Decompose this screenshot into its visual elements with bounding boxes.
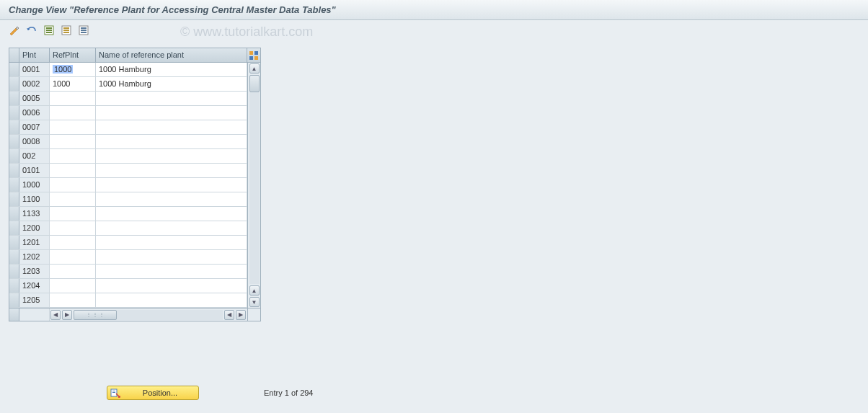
cell-plnt[interactable]: 0002 bbox=[19, 77, 50, 91]
table-row[interactable]: 0008 bbox=[9, 135, 247, 149]
column-header-refplnt[interactable]: RefPlnt bbox=[50, 48, 96, 62]
cell-refplnt[interactable] bbox=[50, 221, 96, 235]
cell-name[interactable] bbox=[96, 135, 247, 148]
undo-button[interactable] bbox=[25, 23, 39, 37]
cell-plnt[interactable]: 1201 bbox=[19, 236, 50, 249]
cell-plnt[interactable]: 1203 bbox=[19, 265, 50, 278]
cell-name[interactable]: 1000 Hamburg bbox=[96, 63, 247, 76]
table-row[interactable]: 1133 bbox=[9, 207, 247, 221]
cell-name[interactable] bbox=[96, 236, 247, 249]
scroll-down-step-button[interactable]: ▲ bbox=[249, 285, 260, 296]
cell-plnt[interactable]: 0006 bbox=[19, 106, 50, 120]
scroll-up-button[interactable]: ▲ bbox=[249, 63, 260, 74]
scroll-left-end-button[interactable]: ◀ bbox=[224, 310, 234, 320]
table-corner[interactable] bbox=[9, 48, 19, 62]
cell-plnt[interactable]: 1204 bbox=[19, 279, 50, 293]
cell-plnt[interactable]: 0007 bbox=[19, 120, 50, 134]
scroll-down-button[interactable]: ▼ bbox=[249, 297, 260, 307]
cell-refplnt[interactable] bbox=[50, 92, 96, 105]
cell-refplnt[interactable] bbox=[50, 149, 96, 163]
cell-name[interactable] bbox=[96, 250, 247, 264]
row-selector[interactable] bbox=[9, 178, 19, 192]
row-selector[interactable] bbox=[9, 63, 19, 76]
scroll-left-button[interactable]: ◀ bbox=[50, 310, 61, 320]
row-selector[interactable] bbox=[9, 265, 19, 278]
row-selector[interactable] bbox=[9, 92, 19, 105]
cell-refplnt[interactable] bbox=[50, 106, 96, 120]
hscroll-track[interactable]: ⋮⋮⋮ bbox=[74, 310, 223, 320]
cell-name[interactable] bbox=[96, 192, 247, 206]
cell-plnt[interactable]: 0008 bbox=[19, 135, 50, 148]
table-row[interactable]: 000110001000 Hamburg bbox=[9, 63, 247, 77]
table-row[interactable]: 0005 bbox=[9, 92, 247, 106]
row-selector[interactable] bbox=[9, 164, 19, 177]
column-header-name[interactable]: Name of reference plant bbox=[96, 48, 247, 62]
row-selector[interactable] bbox=[9, 149, 19, 163]
cell-refplnt[interactable] bbox=[50, 250, 96, 264]
deselect-all-button[interactable] bbox=[59, 23, 74, 37]
horizontal-scrollbar[interactable]: ◀ ▶ ⋮⋮⋮ ◀ ▶ bbox=[9, 308, 260, 321]
cell-name[interactable] bbox=[96, 106, 247, 120]
table-row[interactable]: 1202 bbox=[9, 250, 247, 265]
row-selector[interactable] bbox=[9, 236, 19, 249]
row-selector[interactable] bbox=[9, 77, 19, 91]
cell-name[interactable] bbox=[96, 164, 247, 177]
table-row[interactable]: 1203 bbox=[9, 265, 247, 279]
table-config-icon[interactable] bbox=[247, 48, 260, 62]
column-header-plnt[interactable]: Plnt bbox=[19, 48, 50, 62]
cell-plnt[interactable]: 1202 bbox=[19, 250, 50, 264]
hscroll-thumb[interactable]: ⋮⋮⋮ bbox=[74, 310, 117, 320]
table-row[interactable]: 1200 bbox=[9, 221, 247, 236]
cell-name[interactable] bbox=[96, 265, 247, 278]
cell-name[interactable] bbox=[96, 293, 247, 307]
cell-refplnt[interactable] bbox=[50, 178, 96, 192]
cell-refplnt[interactable] bbox=[50, 207, 96, 221]
row-selector[interactable] bbox=[9, 192, 19, 206]
row-selector[interactable] bbox=[9, 293, 19, 307]
table-row[interactable]: 000210001000 Hamburg bbox=[9, 77, 247, 92]
table-row[interactable]: 1204 bbox=[9, 279, 247, 293]
scroll-right-step-button[interactable]: ▶ bbox=[62, 310, 72, 320]
cell-refplnt[interactable] bbox=[50, 120, 96, 134]
cell-refplnt[interactable] bbox=[50, 164, 96, 177]
row-selector[interactable] bbox=[9, 250, 19, 264]
cell-refplnt[interactable] bbox=[50, 135, 96, 148]
row-selector[interactable] bbox=[9, 120, 19, 134]
vscroll-thumb[interactable] bbox=[249, 75, 260, 92]
cell-refplnt[interactable]: 1000 bbox=[50, 63, 96, 76]
cell-name[interactable] bbox=[96, 279, 247, 293]
row-selector[interactable] bbox=[9, 221, 19, 235]
row-selector[interactable] bbox=[9, 207, 19, 221]
table-row[interactable]: 1201 bbox=[9, 236, 247, 250]
table-row[interactable]: 1000 bbox=[9, 178, 247, 192]
cell-name[interactable] bbox=[96, 207, 247, 221]
cell-plnt[interactable]: 002 bbox=[19, 149, 50, 163]
toggle-display-change-button[interactable] bbox=[7, 23, 22, 37]
cell-name[interactable] bbox=[96, 149, 247, 163]
cell-refplnt[interactable] bbox=[50, 236, 96, 249]
row-selector[interactable] bbox=[9, 279, 19, 293]
cell-refplnt[interactable] bbox=[50, 279, 96, 293]
row-selector[interactable] bbox=[9, 106, 19, 120]
table-row[interactable]: 002 bbox=[9, 149, 247, 164]
cell-name[interactable]: 1000 Hamburg bbox=[96, 77, 247, 91]
table-row[interactable]: 0007 bbox=[9, 120, 247, 135]
cell-refplnt[interactable] bbox=[50, 192, 96, 206]
cell-plnt[interactable]: 1133 bbox=[19, 207, 50, 221]
position-button[interactable]: Position... bbox=[107, 386, 199, 400]
table-row[interactable]: 0006 bbox=[9, 106, 247, 120]
cell-plnt[interactable]: 1205 bbox=[19, 293, 50, 307]
cell-name[interactable] bbox=[96, 120, 247, 134]
cell-name[interactable] bbox=[96, 221, 247, 235]
row-selector[interactable] bbox=[9, 135, 19, 148]
cell-plnt[interactable]: 0005 bbox=[19, 92, 50, 105]
vscroll-track[interactable] bbox=[249, 75, 260, 284]
cell-plnt[interactable]: 0101 bbox=[19, 164, 50, 177]
scroll-right-button[interactable]: ▶ bbox=[236, 310, 246, 320]
table-settings-button[interactable] bbox=[76, 23, 91, 37]
cell-name[interactable] bbox=[96, 92, 247, 105]
cell-plnt[interactable]: 1100 bbox=[19, 192, 50, 206]
cell-plnt[interactable]: 1000 bbox=[19, 178, 50, 192]
table-row[interactable]: 0101 bbox=[9, 164, 247, 178]
vertical-scrollbar[interactable]: ▲ ▲ ▼ bbox=[247, 63, 260, 308]
